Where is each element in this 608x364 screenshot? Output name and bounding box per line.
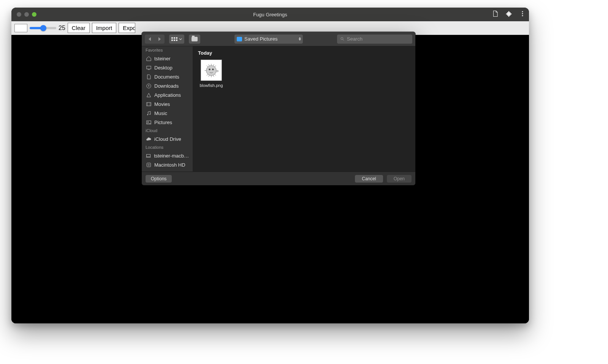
- sidebar-item[interactable]: tsteiner-macb…: [142, 151, 193, 160]
- nav-forward-button[interactable]: [155, 35, 165, 44]
- sidebar-item-label: Desktop: [154, 65, 173, 71]
- svg-point-0: [522, 11, 523, 12]
- import-button[interactable]: Import: [92, 23, 117, 33]
- sidebar-section-header: iCloud: [142, 127, 193, 134]
- sidebar-item[interactable]: Applications: [142, 90, 193, 99]
- pictures-icon: [146, 119, 152, 125]
- cloud-icon: [146, 136, 152, 142]
- sidebar-item-label: Downloads: [154, 83, 179, 89]
- sidebar-item[interactable]: Pictures: [142, 118, 193, 127]
- sidebar-item-label: iCloud Drive: [154, 136, 181, 142]
- sidebar-item[interactable]: Music: [142, 109, 193, 118]
- sidebar-item-label: Music: [154, 110, 167, 116]
- svg-point-34: [212, 69, 214, 70]
- content-group-header: Today: [198, 50, 410, 56]
- svg-point-14: [147, 121, 149, 123]
- location-dropdown[interactable]: Saved Pictures: [234, 35, 303, 44]
- group-button[interactable]: [189, 35, 200, 44]
- svg-line-30: [209, 65, 209, 66]
- clear-button[interactable]: Clear: [68, 23, 90, 33]
- sidebar-item-label: Movies: [154, 101, 170, 107]
- svg-line-29: [213, 65, 214, 66]
- sidebar-section-header: Locations: [142, 143, 193, 151]
- file-name-label: blowfish.png: [200, 83, 223, 88]
- laptop-icon: [146, 153, 151, 159]
- search-field[interactable]: [337, 35, 412, 44]
- nav-back-button[interactable]: [145, 35, 155, 44]
- dialog-footer: Options Cancel Open: [142, 172, 415, 185]
- sidebar-item-label: Applications: [154, 92, 181, 98]
- svg-point-33: [209, 69, 210, 70]
- doc-icon: [146, 74, 152, 80]
- svg-rect-5: [146, 66, 150, 69]
- svg-rect-15: [147, 154, 150, 156]
- apps-icon: [146, 92, 152, 98]
- app-window: Fugu Greetings 25 Clear Import Export: [11, 8, 529, 323]
- export-button[interactable]: Export: [119, 23, 135, 33]
- window-title: Fugu Greetings: [11, 12, 529, 17]
- file-item[interactable]: blowfish.png: [198, 60, 225, 88]
- dialog-toolbar: Saved Pictures: [142, 32, 415, 46]
- sidebar-item[interactable]: tsteiner: [142, 54, 193, 63]
- color-swatch[interactable]: [14, 24, 27, 32]
- dialog-sidebar[interactable]: FavoriteststeinerDesktopDocumentsDownloa…: [142, 46, 193, 172]
- movie-icon: [146, 101, 152, 107]
- svg-line-28: [207, 66, 208, 67]
- file-open-dialog: Saved Pictures FavoriteststeinerDesktopD…: [142, 32, 415, 185]
- chevron-updown-icon: [299, 37, 301, 41]
- search-input[interactable]: [347, 36, 409, 42]
- extensions-icon[interactable]: [505, 10, 512, 19]
- window-titlebar: Fugu Greetings: [11, 8, 529, 21]
- svg-point-1: [522, 13, 523, 14]
- music-icon: [146, 110, 152, 116]
- page-icon[interactable]: [492, 10, 499, 19]
- desktop-icon: [146, 65, 152, 71]
- svg-line-32: [209, 75, 209, 77]
- svg-line-22: [215, 66, 216, 67]
- disk-icon: [146, 162, 152, 168]
- svg-line-31: [213, 75, 214, 77]
- svg-point-11: [147, 114, 148, 115]
- svg-point-35: [209, 69, 210, 69]
- svg-line-4: [343, 39, 344, 41]
- sidebar-section-header: Favorites: [142, 46, 193, 54]
- home-icon: [146, 55, 152, 61]
- sidebar-item[interactable]: Downloads: [142, 81, 193, 90]
- svg-line-24: [215, 74, 216, 76]
- svg-line-26: [207, 74, 208, 76]
- kebab-menu-icon[interactable]: [519, 10, 526, 19]
- sidebar-item[interactable]: iCloud Drive: [142, 134, 193, 143]
- search-icon: [340, 36, 345, 41]
- svg-point-36: [213, 69, 213, 69]
- svg-rect-8: [146, 102, 150, 106]
- sidebar-item[interactable]: Movies: [142, 99, 193, 109]
- cancel-button[interactable]: Cancel: [355, 175, 383, 183]
- svg-point-37: [216, 70, 218, 72]
- sidebar-item-label: Pictures: [154, 120, 172, 125]
- sidebar-item-label: Macintosh HD: [154, 162, 185, 168]
- sidebar-item-label: tsteiner: [154, 56, 171, 61]
- svg-point-2: [522, 15, 523, 16]
- download-icon: [146, 83, 152, 89]
- file-thumbnail: [201, 60, 222, 81]
- sidebar-item[interactable]: Macintosh HD: [142, 160, 193, 169]
- sidebar-item[interactable]: Desktop: [142, 63, 193, 72]
- folder-icon: [237, 37, 242, 41]
- brush-size-slider[interactable]: [30, 27, 56, 29]
- folder-icon: [192, 37, 198, 41]
- svg-point-3: [341, 38, 343, 40]
- svg-point-12: [149, 113, 150, 115]
- view-mode-button[interactable]: [169, 35, 184, 44]
- svg-rect-17: [147, 163, 150, 167]
- options-button[interactable]: Options: [146, 175, 172, 183]
- location-label: Saved Pictures: [244, 36, 277, 42]
- open-button[interactable]: Open: [387, 175, 412, 183]
- brush-size-value: 25: [59, 25, 65, 32]
- dialog-content: Today blowfish.png: [193, 46, 415, 172]
- sidebar-item-label: tsteiner-macb…: [154, 153, 189, 159]
- sidebar-item-label: Documents: [154, 74, 179, 80]
- svg-point-18: [148, 164, 149, 165]
- sidebar-item[interactable]: Documents: [142, 72, 193, 81]
